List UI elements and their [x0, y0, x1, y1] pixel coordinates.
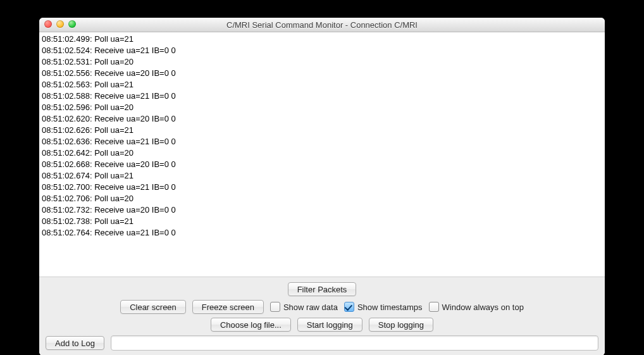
show-raw-data-checkbox[interactable]: Show raw data	[270, 302, 338, 312]
log-line: 08:51:02.596: Poll ua=20	[42, 102, 602, 113]
log-line: 08:51:02.764: Receive ua=21 IB=0 0	[42, 227, 602, 239]
choose-log-file-button[interactable]: Choose log file...	[211, 318, 291, 332]
log-line: 08:51:02.732: Receive ua=20 IB=0 0	[42, 204, 602, 216]
clear-screen-button[interactable]: Clear screen	[120, 300, 186, 314]
log-line: 08:51:02.738: Poll ua=21	[42, 216, 602, 227]
log-line: 08:51:02.620: Receive ua=20 IB=0 0	[42, 113, 602, 125]
checkbox-icon	[344, 302, 354, 312]
show-timestamps-label: Show timestamps	[357, 302, 423, 312]
close-icon[interactable]	[44, 20, 52, 28]
log-output[interactable]: 08:51:02.499: Poll ua=2108:51:02.524: Re…	[39, 32, 605, 277]
traffic-lights	[44, 20, 76, 28]
log-line: 08:51:02.668: Receive ua=20 IB=0 0	[42, 159, 602, 170]
log-line: 08:51:02.499: Poll ua=21	[42, 34, 602, 45]
start-logging-button[interactable]: Start logging	[297, 318, 362, 332]
titlebar[interactable]: C/MRI Serial Command Monitor - Connectio…	[39, 18, 605, 32]
log-line: 08:51:02.563: Poll ua=21	[42, 79, 602, 90]
log-line: 08:51:02.636: Receive ua=21 IB=0 0	[42, 136, 602, 147]
controls-panel: Filter Packets Clear screen Freeze scree…	[39, 277, 605, 355]
log-line: 08:51:02.556: Receive ua=20 IB=0 0	[42, 68, 602, 79]
log-line: 08:51:02.700: Receive ua=21 IB=0 0	[42, 182, 602, 193]
freeze-screen-button[interactable]: Freeze screen	[192, 300, 264, 314]
show-timestamps-checkbox[interactable]: Show timestamps	[344, 302, 423, 312]
minimize-icon[interactable]	[56, 20, 64, 28]
window-on-top-label: Window always on top	[442, 302, 524, 312]
log-line: 08:51:02.674: Poll ua=21	[42, 170, 602, 182]
checkbox-icon	[429, 302, 439, 312]
filter-packets-button[interactable]: Filter Packets	[288, 282, 357, 296]
window-on-top-checkbox[interactable]: Window always on top	[429, 302, 524, 312]
log-line: 08:51:02.626: Poll ua=21	[42, 125, 602, 136]
zoom-icon[interactable]	[68, 20, 76, 28]
log-line: 08:51:02.524: Receive ua=21 IB=0 0	[42, 45, 602, 56]
log-line: 08:51:02.531: Poll ua=20	[42, 56, 602, 68]
add-to-log-button[interactable]: Add to Log	[46, 336, 104, 350]
stop-logging-button[interactable]: Stop logging	[369, 318, 433, 332]
checkbox-icon	[270, 302, 280, 312]
window-title: C/MRI Serial Command Monitor - Connectio…	[226, 20, 418, 30]
show-raw-data-label: Show raw data	[283, 302, 338, 312]
log-message-input[interactable]	[111, 335, 598, 351]
log-line: 08:51:02.642: Poll ua=20	[42, 147, 602, 159]
log-line: 08:51:02.588: Receive ua=21 IB=0 0	[42, 90, 602, 102]
app-window: C/MRI Serial Command Monitor - Connectio…	[39, 18, 605, 355]
log-line: 08:51:02.706: Poll ua=20	[42, 193, 602, 204]
